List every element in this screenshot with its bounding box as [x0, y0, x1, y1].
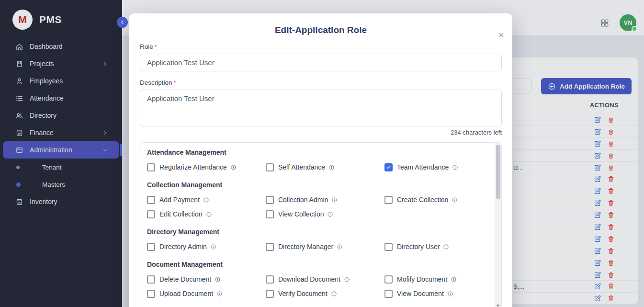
permission-label: Directory Admin — [159, 243, 207, 250]
info-icon[interactable] — [452, 197, 458, 203]
modal-title: Edit-Application Role — [129, 13, 512, 35]
permission-grid: Directory AdminDirectory ManagerDirector… — [147, 239, 487, 254]
permission-label: Mofify Document — [397, 275, 447, 283]
permission-label: Delete Document — [159, 275, 211, 283]
checkbox[interactable] — [266, 243, 274, 251]
permission-directory-manager[interactable]: Directory Manager — [266, 239, 384, 254]
role-label-text: Role — [140, 43, 153, 50]
permission-label: Team Attendance — [397, 163, 449, 171]
permission-group-title: Document Management — [147, 261, 487, 268]
checkbox[interactable] — [266, 275, 274, 284]
info-icon[interactable] — [451, 276, 457, 283]
info-icon[interactable] — [331, 197, 338, 203]
permission-view-document[interactable]: View Document — [384, 286, 487, 301]
modal-body: Role* Description* Application Test User… — [129, 43, 512, 307]
checkbox[interactable] — [147, 196, 155, 204]
info-icon[interactable] — [328, 164, 335, 171]
arrow-down-icon — [496, 305, 500, 307]
permission-team-attendance[interactable]: Team Attendance — [384, 160, 487, 174]
info-icon[interactable] — [327, 211, 333, 217]
permission-mofify-document[interactable]: Mofify Document — [384, 272, 487, 286]
role-input[interactable] — [140, 54, 502, 71]
permission-download-document[interactable]: Download Document — [266, 272, 384, 286]
permission-label: View Document — [397, 290, 444, 297]
checkbox[interactable] — [147, 163, 155, 171]
info-icon[interactable] — [344, 276, 350, 283]
info-icon[interactable] — [203, 197, 209, 203]
permission-directory-admin[interactable]: Directory Admin — [147, 239, 266, 254]
permission-self-attendance[interactable]: Self Attendance — [266, 160, 384, 174]
info-icon[interactable] — [206, 211, 212, 217]
edit-application-role-modal: × Edit-Application Role Role* Descriptio… — [129, 13, 512, 307]
checkbox[interactable] — [384, 196, 393, 204]
role-label: Role* — [140, 43, 502, 50]
check-icon — [386, 165, 391, 170]
permission-group-directory-management: Directory ManagementDirectory AdminDirec… — [147, 228, 487, 254]
permission-grid: Add PaymentCollection AdminCreate Collec… — [147, 193, 487, 221]
checkbox[interactable] — [147, 243, 155, 251]
description-textarea[interactable]: Application Test User — [140, 90, 502, 126]
checkbox[interactable] — [147, 290, 155, 298]
permission-view-collection[interactable]: View Collection — [266, 207, 384, 221]
permission-label: Directory User — [397, 243, 440, 250]
info-icon[interactable] — [443, 244, 449, 250]
permission-label: View Collection — [278, 210, 324, 218]
permission-label: Directory Manager — [278, 243, 333, 250]
permission-label: Regularize Attendance — [159, 163, 227, 171]
permissions-scrollbar[interactable] — [495, 143, 501, 307]
permission-label: Download Document — [278, 275, 340, 283]
permission-label: Verify Document — [278, 290, 328, 297]
permission-grid: Regularize AttendanceSelf AttendanceTeam… — [147, 160, 487, 174]
info-icon[interactable] — [230, 164, 237, 171]
permission-label: Add Payment — [159, 196, 200, 204]
checkbox[interactable] — [384, 243, 393, 251]
screen: M PMS DashboardProjectsEmployeesAttendan… — [0, 0, 644, 307]
permission-group-attendance-management: Attendance ManagementRegularize Attendan… — [147, 148, 487, 174]
checkbox[interactable] — [384, 275, 393, 284]
permission-label: Collection Admin — [278, 196, 328, 204]
permissions-panel: Attendance ManagementRegularize Attendan… — [140, 142, 502, 307]
checkbox[interactable] — [266, 290, 274, 298]
permission-upload-document[interactable]: Upload Document — [147, 286, 266, 301]
permission-label: Create Collection — [397, 196, 448, 204]
permission-create-collection[interactable]: Create Collection — [384, 193, 487, 207]
permission-directory-user[interactable]: Directory User — [384, 239, 487, 254]
permission-label: Edit Collection — [159, 210, 203, 218]
info-icon[interactable] — [452, 164, 458, 171]
permission-grid: Delete DocumentDownload DocumentMofify D… — [147, 272, 487, 301]
required-asterisk: * — [155, 43, 157, 50]
scroll-down-button[interactable] — [495, 303, 501, 307]
info-icon[interactable] — [331, 291, 337, 297]
checkbox[interactable] — [147, 275, 155, 284]
description-label-text: Description — [140, 79, 172, 86]
permission-label: Self Attendance — [278, 163, 325, 171]
info-icon[interactable] — [337, 244, 343, 250]
info-icon[interactable] — [447, 291, 453, 297]
checkbox[interactable] — [266, 196, 274, 204]
close-icon[interactable]: × — [498, 30, 504, 40]
info-icon[interactable] — [216, 291, 223, 297]
description-label: Description* — [140, 79, 502, 86]
permissions-list: Attendance ManagementRegularize Attendan… — [147, 148, 487, 301]
checkbox[interactable] — [266, 210, 274, 218]
scrollbar-thumb[interactable] — [496, 145, 500, 199]
permission-edit-collection[interactable]: Edit Collection — [147, 207, 266, 221]
permission-group-collection-management: Collection ManagementAdd PaymentCollecti… — [147, 181, 487, 221]
permission-collection-admin[interactable]: Collection Admin — [266, 193, 384, 207]
permission-regularize-attendance[interactable]: Regularize Attendance — [147, 160, 266, 174]
permission-group-title: Attendance Management — [147, 148, 487, 156]
info-icon[interactable] — [215, 276, 221, 283]
required-asterisk: * — [174, 79, 176, 86]
permission-group-document-management: Document ManagementDelete DocumentDownlo… — [147, 261, 487, 301]
checkbox[interactable] — [147, 210, 155, 218]
permission-verify-document[interactable]: Verify Document — [266, 286, 384, 301]
checkbox[interactable] — [384, 163, 393, 171]
checkbox[interactable] — [384, 290, 393, 298]
permission-label: Upload Document — [159, 290, 213, 297]
permission-delete-document[interactable]: Delete Document — [147, 272, 266, 286]
checkbox[interactable] — [266, 163, 274, 171]
permission-group-title: Collection Management — [147, 181, 487, 189]
permission-add-payment[interactable]: Add Payment — [147, 193, 266, 207]
characters-left-counter: 234 characters left — [140, 129, 502, 136]
info-icon[interactable] — [210, 244, 216, 250]
